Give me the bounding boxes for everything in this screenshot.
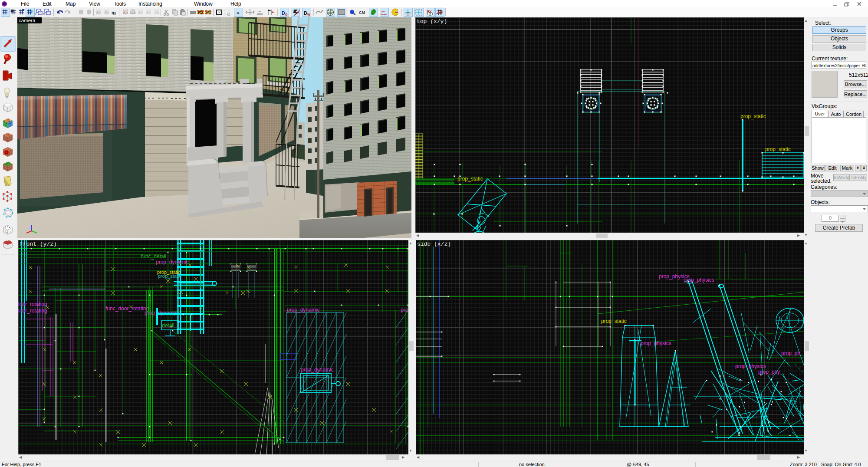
- svg-text:w: w: [307, 12, 311, 16]
- svg-text:prop_dynamic: prop_dynamic: [156, 259, 188, 265]
- svg-text:camera: camera: [19, 18, 36, 23]
- svg-text:CM: CM: [359, 10, 365, 15]
- svg-text:top (x/y): top (x/y): [417, 18, 447, 25]
- svg-text:prop_physics: prop_physics: [735, 363, 766, 369]
- svg-text:func_detail: func_detail: [141, 253, 166, 260]
- svg-text:detail: detail: [162, 322, 174, 329]
- svg-text:prop_static: prop_static: [740, 113, 766, 119]
- svg-text:door_rotating: door_rotating: [18, 308, 47, 314]
- svg-text:o: o: [285, 12, 288, 16]
- svg-text:ig: ig: [112, 10, 116, 15]
- svg-text:prop_static: prop_static: [601, 318, 627, 324]
- svg-text:prop_dynamic: prop_dynamic: [287, 307, 319, 313]
- svg-text:no: no: [381, 10, 385, 13]
- svg-text:LOCK: LOCK: [257, 13, 263, 15]
- svg-text:prop_static: prop_static: [158, 273, 181, 279]
- svg-text:front (y/z): front (y/z): [20, 241, 57, 247]
- svg-text:prop_phy: prop_phy: [758, 369, 780, 375]
- svg-text:door_rotating: door_rotating: [18, 301, 47, 307]
- svg-text:L: L: [35, 13, 37, 16]
- svg-text:u: u: [237, 10, 240, 15]
- svg-text:prop_static: prop_static: [457, 176, 483, 182]
- svg-text:prop_physics: prop_physics: [641, 340, 671, 346]
- svg-text:side (x/z): side (x/z): [417, 241, 451, 247]
- svg-text:D: D: [282, 10, 285, 16]
- svg-text:prop_physics: prop_physics: [684, 277, 714, 283]
- svg-text:prop_ph: prop_ph: [781, 350, 800, 356]
- svg-text:prop_static: prop_static: [765, 146, 791, 152]
- svg-text:3D: 3D: [10, 9, 14, 12]
- svg-text:prop_dynamic: prop_dynamic: [301, 367, 333, 373]
- svg-text:draw: draw: [381, 13, 387, 16]
- svg-text:D: D: [304, 10, 307, 16]
- svg-text:func_door_rotating: func_door_rotating: [105, 306, 149, 312]
- svg-text:S: S: [43, 13, 45, 16]
- svg-text:pro: pro: [401, 307, 408, 313]
